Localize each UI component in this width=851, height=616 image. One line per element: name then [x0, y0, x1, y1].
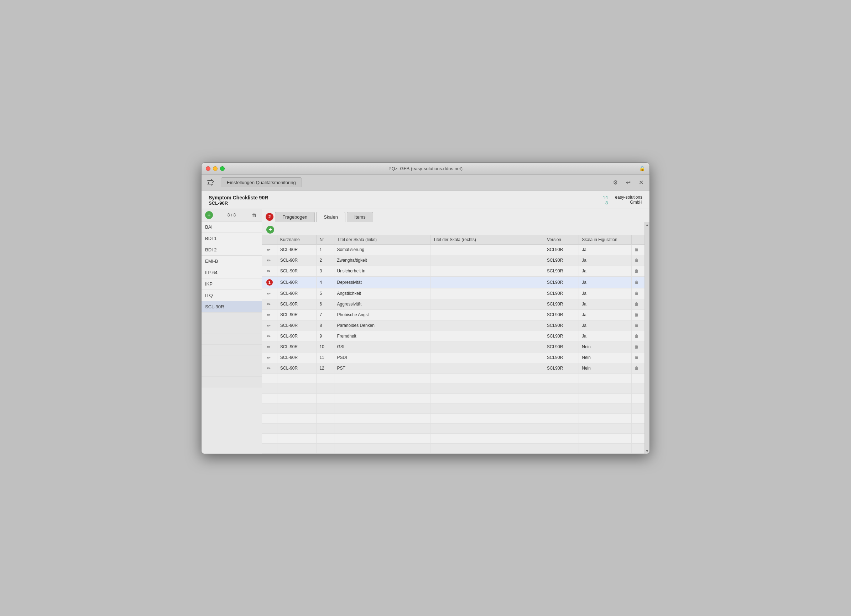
main-tab-einstellungen[interactable]: Einstellungen Qualitätsmonitoring: [221, 177, 302, 187]
table-header-row: Kurzname Nr Titel der Skala (links) Tite…: [262, 235, 645, 245]
edit-icon[interactable]: ✏: [267, 247, 271, 252]
trash-icon[interactable]: 🗑: [634, 366, 639, 371]
titlebar: PQz_GFB (easy-solutions.ddns.net) 🔒: [201, 163, 650, 175]
col-header-figuration: Skala in Figuration: [579, 235, 631, 245]
scroll-down-arrow[interactable]: ▼: [645, 448, 650, 454]
minimize-button[interactable]: [213, 166, 218, 171]
cell-nr: 11: [317, 352, 334, 363]
cell-delete[interactable]: 🗑: [631, 276, 645, 288]
close-icon[interactable]: ✕: [636, 177, 646, 187]
sidebar-item-bdi2[interactable]: BDI 2: [201, 244, 262, 255]
cell-delete[interactable]: 🗑: [631, 288, 645, 299]
cell-delete[interactable]: 🗑: [631, 363, 645, 374]
sidebar-item-iip64[interactable]: IIP-64: [201, 267, 262, 278]
cell-delete[interactable]: 🗑: [631, 310, 645, 320]
cell-delete[interactable]: 🗑: [631, 320, 645, 331]
gear-icon[interactable]: ⚙: [610, 177, 620, 187]
close-button[interactable]: [206, 166, 210, 171]
row-badge-1: 1: [266, 279, 273, 285]
sidebar-item-emib[interactable]: EMI-B: [201, 255, 262, 267]
cell-figuration: Nein: [579, 352, 631, 363]
edit-icon[interactable]: ✏: [267, 302, 271, 307]
cell-delete[interactable]: 🗑: [631, 255, 645, 266]
cell-version: SCL90R: [544, 310, 579, 320]
cell-kurzname: SCL-90R: [277, 276, 317, 288]
trash-icon[interactable]: 🗑: [634, 334, 639, 339]
cell-rechts: [430, 320, 544, 331]
cell-edit: ✏: [262, 331, 277, 341]
back-icon[interactable]: ↩: [623, 177, 633, 187]
skalen-table-container: Kurzname Nr Titel der Skala (links) Tite…: [262, 235, 645, 454]
trash-icon[interactable]: 🗑: [634, 323, 639, 328]
edit-icon[interactable]: ✏: [267, 323, 271, 328]
table-row: ✏SCL-90R2ZwanghaftigkeitSCL90RJa🗑: [262, 255, 645, 266]
cell-figuration: Ja: [579, 299, 631, 310]
cell-delete[interactable]: 🗑: [631, 331, 645, 341]
table-row: ✏SCL-90R11PSDISCL90RNein🗑: [262, 352, 645, 363]
cell-links: PSDI: [334, 352, 430, 363]
title-line2: SCL-90R: [209, 200, 603, 206]
edit-icon[interactable]: ✏: [267, 344, 271, 350]
cell-delete[interactable]: 🗑: [631, 299, 645, 310]
scroll-up-arrow[interactable]: ▲: [645, 222, 650, 227]
add-questionnaire-button[interactable]: +: [205, 211, 213, 219]
edit-icon[interactable]: ✏: [267, 312, 271, 318]
lock-icon: 🔒: [639, 165, 645, 171]
trash-icon[interactable]: 🗑: [634, 258, 639, 263]
trash-icon[interactable]: 🗑: [634, 312, 639, 317]
cell-figuration: Ja: [579, 320, 631, 331]
cell-nr: 4: [317, 276, 334, 288]
sidebar-item-bdi1[interactable]: BDI 1: [201, 233, 262, 244]
tab-fragebogen[interactable]: Fragebogen: [275, 212, 315, 222]
cell-delete[interactable]: 🗑: [631, 341, 645, 352]
edit-icon[interactable]: ✏: [267, 355, 271, 361]
trash-icon[interactable]: 🗑: [634, 355, 639, 360]
trash-icon[interactable]: 🗑: [634, 302, 639, 306]
cell-delete[interactable]: 🗑: [631, 266, 645, 276]
add-row-button[interactable]: +: [266, 226, 274, 234]
edit-icon[interactable]: ✏: [267, 269, 271, 274]
table-row: ✏SCL-90R5ÄngstlichkeitSCL90RJa🗑: [262, 288, 645, 299]
tab-bar: Einstellungen Qualitätsmonitoring: [220, 177, 607, 187]
trash-icon[interactable]: 🗑: [634, 247, 639, 252]
sidebar-item-empty-2: [201, 323, 262, 334]
tab-items[interactable]: Items: [347, 212, 373, 222]
cell-figuration: Ja: [579, 244, 631, 255]
stat-14: 14: [603, 195, 608, 200]
delete-questionnaire-button[interactable]: 🗑: [250, 211, 258, 219]
table-row: ✏SCL-90R6AggressivitätSCL90RJa🗑: [262, 299, 645, 310]
cell-figuration: Ja: [579, 255, 631, 266]
cell-edit: ✏: [262, 310, 277, 320]
sidebar-item-ikp[interactable]: IKP: [201, 278, 262, 290]
maximize-button[interactable]: [220, 166, 225, 171]
edit-icon[interactable]: ✏: [267, 258, 271, 263]
cell-edit: 1: [262, 276, 277, 288]
cell-kurzname: SCL-90R: [277, 331, 317, 341]
edit-icon[interactable]: ✏: [267, 366, 271, 371]
table-row-empty: [262, 394, 645, 403]
shuffle-icon[interactable]: [205, 177, 217, 188]
table-row: ✏SCL-90R8Paranoides DenkenSCL90RJa🗑: [262, 320, 645, 331]
sidebar-item-scl90r[interactable]: SCL-90R: [201, 301, 262, 313]
tab-skalen[interactable]: Skalen: [316, 212, 345, 222]
trash-icon[interactable]: 🗑: [634, 291, 639, 296]
trash-icon[interactable]: 🗑: [634, 269, 639, 273]
cell-rechts: [430, 255, 544, 266]
toolbar-right: ⚙ ↩ ✕: [610, 177, 646, 187]
cell-delete[interactable]: 🗑: [631, 244, 645, 255]
cell-delete[interactable]: 🗑: [631, 352, 645, 363]
table-row-empty: [262, 403, 645, 413]
edit-icon[interactable]: ✏: [267, 334, 271, 339]
trash-icon[interactable]: 🗑: [634, 280, 639, 285]
cell-version: SCL90R: [544, 244, 579, 255]
cell-edit: ✏: [262, 288, 277, 299]
trash-icon[interactable]: 🗑: [634, 344, 639, 349]
scrollbar-right[interactable]: ▲ ▼: [645, 222, 650, 454]
edit-icon[interactable]: ✏: [267, 291, 271, 296]
table-row: ✏SCL-90R12PSTSCL90RNein🗑: [262, 363, 645, 374]
table-row-empty: [262, 383, 645, 394]
sidebar-item-bai[interactable]: BAI: [201, 221, 262, 233]
cell-links: Somatisierung: [334, 244, 430, 255]
sidebar-item-itq[interactable]: ITQ: [201, 290, 262, 301]
cell-kurzname: SCL-90R: [277, 288, 317, 299]
